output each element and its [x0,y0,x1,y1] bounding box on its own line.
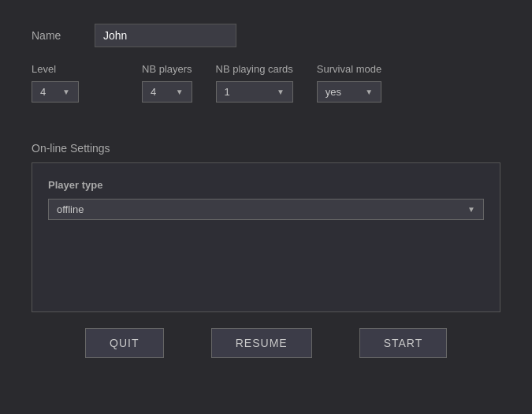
survival-mode-value: yes [326,86,341,98]
nb-playing-cards-arrow-icon: ▼ [277,88,285,96]
level-arrow-icon: ▼ [62,88,70,96]
player-type-value: offline [57,203,84,215]
nb-players-arrow-icon: ▼ [176,88,184,96]
name-row: Name [32,24,500,47]
level-group: Level 4 ▼ [32,63,79,103]
nb-playing-cards-label: NB playing cards [216,63,293,75]
level-value: 4 [40,86,46,98]
nb-playing-cards-dropdown[interactable]: 1 ▼ [216,81,293,103]
level-label: Level [32,63,79,75]
resume-button[interactable]: RESUME [211,328,312,358]
nb-players-dropdown[interactable]: 4 ▼ [142,81,192,103]
online-settings-label: On-line Settings [32,142,500,155]
start-button[interactable]: START [359,328,448,358]
settings-row: Level 4 ▼ NB players 4 ▼ NB playing card… [32,63,500,103]
nb-players-label: NB players [142,63,192,75]
online-settings-section: On-line Settings Player type offline ▼ [32,142,500,312]
survival-mode-label: Survival mode [317,63,381,75]
quit-button[interactable]: QUIT [85,328,164,358]
nb-players-value: 4 [151,86,156,98]
level-dropdown[interactable]: 4 ▼ [32,81,79,103]
nb-playing-cards-group: NB playing cards 1 ▼ [216,63,293,103]
survival-mode-dropdown[interactable]: yes ▼ [317,81,381,103]
player-type-dropdown[interactable]: offline ▼ [48,199,484,220]
survival-mode-group: Survival mode yes ▼ [317,63,381,103]
nb-players-group: NB players 4 ▼ [142,63,192,103]
player-type-label: Player type [48,179,484,191]
survival-mode-arrow-icon: ▼ [365,88,373,96]
nb-playing-cards-value: 1 [225,86,230,98]
buttons-row: QUIT RESUME START [32,328,500,358]
player-type-arrow-icon: ▼ [467,205,475,214]
name-label: Name [32,29,95,42]
online-settings-box: Player type offline ▼ [32,162,500,312]
name-input[interactable] [95,24,236,47]
